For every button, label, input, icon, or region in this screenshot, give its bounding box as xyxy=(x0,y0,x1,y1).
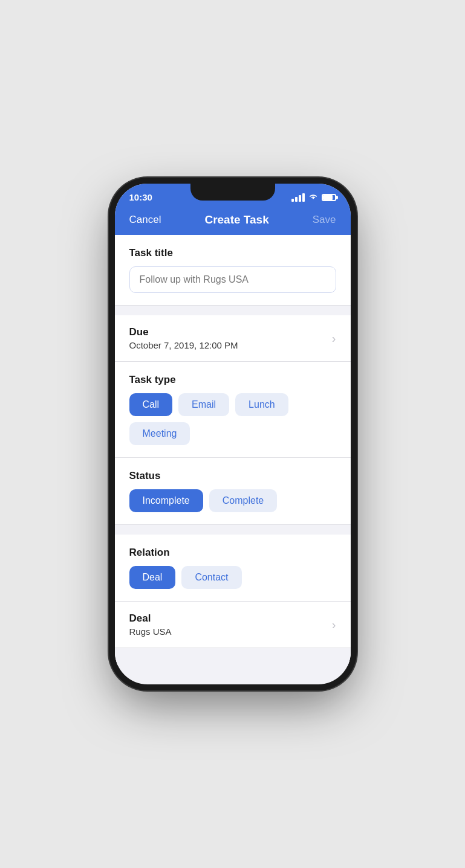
relation-contact[interactable]: Contact xyxy=(181,566,241,589)
notch xyxy=(190,184,275,201)
chevron-right-icon: › xyxy=(332,332,336,346)
status-complete[interactable]: Complete xyxy=(209,489,277,512)
relation-deal[interactable]: Deal xyxy=(129,566,176,589)
status-time: 10:30 xyxy=(129,192,152,202)
battery-icon xyxy=(322,194,336,201)
due-date-info: Due October 7, 2019, 12:00 PM xyxy=(129,326,238,350)
due-label: Due xyxy=(129,326,238,338)
task-type-email[interactable]: Email xyxy=(178,393,229,416)
task-title-label: Task title xyxy=(129,247,336,259)
signal-icon xyxy=(291,193,305,202)
task-title-section: Task title xyxy=(115,235,351,306)
phone-frame: 10:30 Cancel Create Task Save xyxy=(115,184,351,684)
save-button[interactable]: Save xyxy=(313,214,336,226)
relation-buttons: Deal Contact xyxy=(129,566,336,589)
deal-info: Deal Rugs USA xyxy=(129,612,172,637)
deal-label: Deal xyxy=(129,612,172,625)
task-type-buttons: Call Email Lunch Meeting xyxy=(129,393,336,445)
deal-chevron-icon: › xyxy=(332,618,336,632)
task-type-call[interactable]: Call xyxy=(129,393,173,416)
cancel-button[interactable]: Cancel xyxy=(129,214,161,226)
relation-label: Relation xyxy=(129,547,336,559)
status-incomplete[interactable]: Incomplete xyxy=(129,489,203,512)
nav-bar: Cancel Create Task Save xyxy=(115,207,351,235)
task-type-meeting[interactable]: Meeting xyxy=(129,422,190,445)
task-type-section: Task type Call Email Lunch Meeting xyxy=(115,362,351,458)
due-date-row[interactable]: Due October 7, 2019, 12:00 PM › xyxy=(115,315,351,362)
bottom-gap xyxy=(115,648,351,666)
task-type-label: Task type xyxy=(129,374,336,386)
relation-section: Relation Deal Contact xyxy=(115,535,351,602)
status-section: Status Incomplete Complete xyxy=(115,458,351,525)
section-gap-1 xyxy=(115,306,351,315)
section-gap-2 xyxy=(115,525,351,535)
task-title-input[interactable] xyxy=(129,266,336,293)
status-icons xyxy=(291,193,336,202)
deal-value: Rugs USA xyxy=(129,626,172,637)
due-date-value: October 7, 2019, 12:00 PM xyxy=(129,340,238,350)
status-label: Status xyxy=(129,470,336,482)
page-title: Create Task xyxy=(204,213,268,227)
task-type-lunch[interactable]: Lunch xyxy=(235,393,288,416)
status-buttons: Incomplete Complete xyxy=(129,489,336,512)
deal-row[interactable]: Deal Rugs USA › xyxy=(115,602,351,648)
wifi-icon xyxy=(308,193,318,202)
content-area: Task title Due October 7, 2019, 12:00 PM… xyxy=(115,235,351,666)
